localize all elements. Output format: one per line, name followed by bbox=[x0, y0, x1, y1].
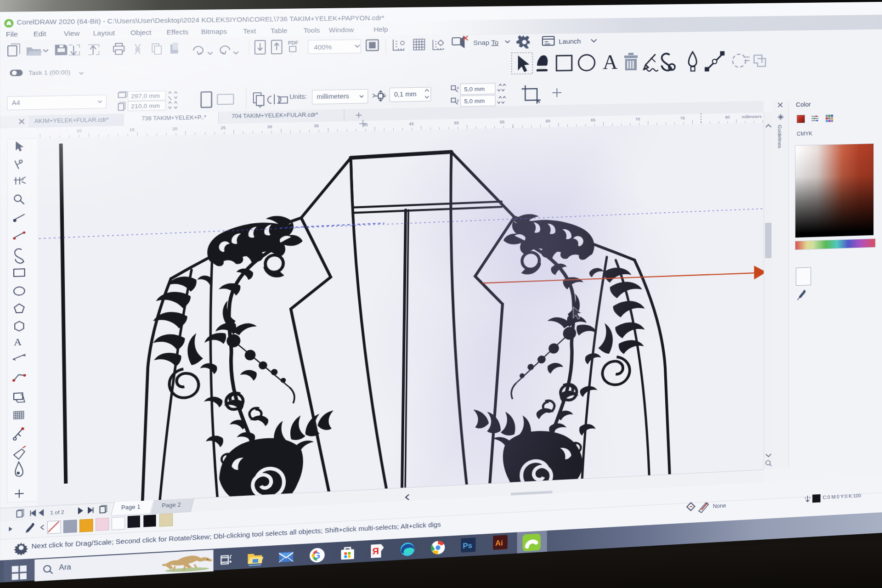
svg-text:5,0 mm: 5,0 mm bbox=[464, 85, 485, 93]
svg-text:5,0 mm: 5,0 mm bbox=[464, 97, 485, 105]
svg-text:400%: 400% bbox=[314, 43, 332, 51]
svg-text:210,0 mm: 210,0 mm bbox=[131, 102, 160, 109]
svg-text:Snap To: Snap To bbox=[473, 39, 498, 46]
svg-text:x: x bbox=[457, 86, 459, 90]
svg-text:Ps: Ps bbox=[463, 541, 472, 550]
svg-text:Launch: Launch bbox=[559, 38, 581, 45]
svg-text:1 of 2: 1 of 2 bbox=[50, 509, 64, 516]
svg-text:PDF: PDF bbox=[288, 40, 299, 45]
svg-text:297,0 mm: 297,0 mm bbox=[131, 92, 160, 100]
svg-text:Я: Я bbox=[372, 546, 379, 556]
svg-text:y: y bbox=[457, 98, 459, 102]
svg-text:A: A bbox=[14, 336, 22, 348]
svg-text:Ai: Ai bbox=[495, 538, 503, 547]
svg-text:A: A bbox=[603, 51, 618, 73]
